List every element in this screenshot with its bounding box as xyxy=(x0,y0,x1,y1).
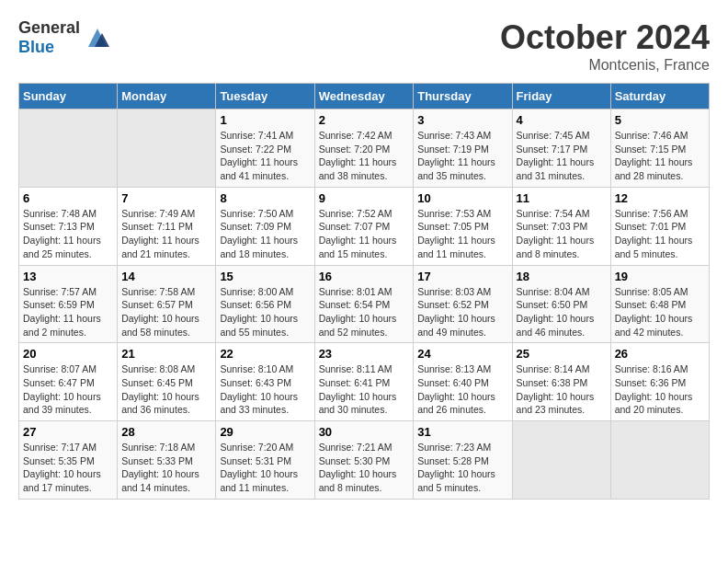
calendar-cell: 11Sunrise: 7:54 AMSunset: 7:03 PMDayligh… xyxy=(512,187,610,265)
calendar-cell: 19Sunrise: 8:05 AMSunset: 6:48 PMDayligh… xyxy=(610,265,709,343)
day-number: 25 xyxy=(517,347,607,361)
day-info: Sunrise: 7:52 AMSunset: 7:07 PMDaylight:… xyxy=(319,207,410,261)
day-info: Sunrise: 7:48 AMSunset: 7:13 PMDaylight:… xyxy=(23,207,113,261)
calendar-cell: 13Sunrise: 7:57 AMSunset: 6:59 PMDayligh… xyxy=(19,265,118,343)
logo-blue: Blue xyxy=(18,38,54,56)
column-header-monday: Monday xyxy=(118,84,216,109)
calendar-cell: 29Sunrise: 7:20 AMSunset: 5:31 PMDayligh… xyxy=(216,421,314,500)
calendar-cell xyxy=(19,109,118,188)
column-header-tuesday: Tuesday xyxy=(216,84,314,109)
day-info: Sunrise: 8:04 AMSunset: 6:50 PMDaylight:… xyxy=(517,285,607,339)
day-number: 18 xyxy=(517,270,607,283)
day-info: Sunrise: 7:50 AMSunset: 7:09 PMDaylight:… xyxy=(220,207,310,261)
calendar-cell: 24Sunrise: 8:13 AMSunset: 6:40 PMDayligh… xyxy=(414,343,512,421)
calendar-week-row: 20Sunrise: 8:07 AMSunset: 6:47 PMDayligh… xyxy=(19,343,710,421)
day-number: 23 xyxy=(319,347,410,361)
calendar-cell: 31Sunrise: 7:23 AMSunset: 5:28 PMDayligh… xyxy=(414,421,512,500)
day-info: Sunrise: 8:08 AMSunset: 6:45 PMDaylight:… xyxy=(121,362,211,417)
calendar-cell: 27Sunrise: 7:17 AMSunset: 5:35 PMDayligh… xyxy=(19,421,118,500)
column-header-saturday: Saturday xyxy=(610,84,709,109)
logo-icon xyxy=(84,24,111,52)
day-info: Sunrise: 7:49 AMSunset: 7:11 PMDaylight:… xyxy=(121,207,211,261)
column-header-sunday: Sunday xyxy=(19,84,118,109)
calendar-cell xyxy=(610,421,709,500)
calendar-cell: 21Sunrise: 8:08 AMSunset: 6:45 PMDayligh… xyxy=(118,343,216,421)
calendar-cell: 9Sunrise: 7:52 AMSunset: 7:07 PMDaylight… xyxy=(314,187,414,265)
logo: General Blue xyxy=(18,18,111,57)
calendar-cell xyxy=(118,109,216,188)
day-number: 20 xyxy=(23,347,113,361)
column-header-friday: Friday xyxy=(512,84,610,109)
calendar-week-row: 1Sunrise: 7:41 AMSunset: 7:22 PMDaylight… xyxy=(19,109,710,188)
calendar-cell: 16Sunrise: 8:01 AMSunset: 6:54 PMDayligh… xyxy=(314,265,414,343)
day-number: 3 xyxy=(417,113,507,127)
calendar-cell: 12Sunrise: 7:56 AMSunset: 7:01 PMDayligh… xyxy=(610,187,709,265)
calendar-week-row: 13Sunrise: 7:57 AMSunset: 6:59 PMDayligh… xyxy=(19,265,710,343)
calendar-cell: 3Sunrise: 7:43 AMSunset: 7:19 PMDaylight… xyxy=(414,109,512,188)
day-number: 10 xyxy=(417,191,507,205)
location-title: Montcenis, France xyxy=(500,57,710,74)
day-number: 22 xyxy=(220,347,310,361)
calendar-cell xyxy=(512,421,610,500)
day-number: 14 xyxy=(121,270,211,283)
day-number: 21 xyxy=(121,347,211,361)
month-title: October 2024 xyxy=(500,18,710,57)
day-number: 12 xyxy=(615,191,705,205)
day-info: Sunrise: 7:23 AMSunset: 5:28 PMDaylight:… xyxy=(417,441,507,495)
day-number: 11 xyxy=(517,191,607,205)
day-info: Sunrise: 8:10 AMSunset: 6:43 PMDaylight:… xyxy=(220,362,310,417)
calendar-cell: 28Sunrise: 7:18 AMSunset: 5:33 PMDayligh… xyxy=(118,421,216,500)
calendar-cell: 14Sunrise: 7:58 AMSunset: 6:57 PMDayligh… xyxy=(118,265,216,343)
calendar-cell: 15Sunrise: 8:00 AMSunset: 6:56 PMDayligh… xyxy=(216,265,314,343)
calendar-cell: 20Sunrise: 8:07 AMSunset: 6:47 PMDayligh… xyxy=(19,343,118,421)
day-number: 28 xyxy=(121,425,211,439)
day-info: Sunrise: 7:45 AMSunset: 7:17 PMDaylight:… xyxy=(517,129,607,183)
calendar-cell: 8Sunrise: 7:50 AMSunset: 7:09 PMDaylight… xyxy=(216,187,314,265)
day-number: 1 xyxy=(220,113,310,127)
day-info: Sunrise: 7:41 AMSunset: 7:22 PMDaylight:… xyxy=(220,129,310,183)
calendar-table: SundayMondayTuesdayWednesdayThursdayFrid… xyxy=(18,83,710,500)
day-info: Sunrise: 8:13 AMSunset: 6:40 PMDaylight:… xyxy=(417,362,507,417)
day-info: Sunrise: 7:54 AMSunset: 7:03 PMDaylight:… xyxy=(517,207,607,261)
day-number: 2 xyxy=(319,113,410,127)
day-info: Sunrise: 7:53 AMSunset: 7:05 PMDaylight:… xyxy=(417,207,507,261)
calendar-cell: 26Sunrise: 8:16 AMSunset: 6:36 PMDayligh… xyxy=(610,343,709,421)
day-info: Sunrise: 8:11 AMSunset: 6:41 PMDaylight:… xyxy=(319,362,410,417)
day-number: 15 xyxy=(220,270,310,283)
day-info: Sunrise: 7:18 AMSunset: 5:33 PMDaylight:… xyxy=(121,441,211,495)
column-header-thursday: Thursday xyxy=(414,84,512,109)
day-info: Sunrise: 8:07 AMSunset: 6:47 PMDaylight:… xyxy=(23,362,113,417)
day-info: Sunrise: 7:58 AMSunset: 6:57 PMDaylight:… xyxy=(121,285,211,339)
calendar-cell: 17Sunrise: 8:03 AMSunset: 6:52 PMDayligh… xyxy=(414,265,512,343)
day-info: Sunrise: 7:17 AMSunset: 5:35 PMDaylight:… xyxy=(23,441,113,495)
day-number: 9 xyxy=(319,191,410,205)
calendar-week-row: 6Sunrise: 7:48 AMSunset: 7:13 PMDaylight… xyxy=(19,187,710,265)
day-number: 27 xyxy=(23,425,113,439)
calendar-cell: 7Sunrise: 7:49 AMSunset: 7:11 PMDaylight… xyxy=(118,187,216,265)
day-number: 31 xyxy=(417,425,507,439)
day-number: 6 xyxy=(23,191,113,205)
day-info: Sunrise: 7:57 AMSunset: 6:59 PMDaylight:… xyxy=(23,285,113,339)
calendar-cell: 30Sunrise: 7:21 AMSunset: 5:30 PMDayligh… xyxy=(314,421,414,500)
calendar-cell: 23Sunrise: 8:11 AMSunset: 6:41 PMDayligh… xyxy=(314,343,414,421)
day-number: 16 xyxy=(319,270,410,283)
day-number: 8 xyxy=(220,191,310,205)
day-number: 5 xyxy=(615,113,705,127)
day-number: 26 xyxy=(615,347,705,361)
day-info: Sunrise: 7:46 AMSunset: 7:15 PMDaylight:… xyxy=(615,129,705,183)
day-number: 30 xyxy=(319,425,410,439)
calendar-cell: 2Sunrise: 7:42 AMSunset: 7:20 PMDaylight… xyxy=(314,109,414,188)
day-info: Sunrise: 8:01 AMSunset: 6:54 PMDaylight:… xyxy=(319,285,410,339)
day-number: 17 xyxy=(417,270,507,283)
calendar-cell: 6Sunrise: 7:48 AMSunset: 7:13 PMDaylight… xyxy=(19,187,118,265)
calendar-cell: 4Sunrise: 7:45 AMSunset: 7:17 PMDaylight… xyxy=(512,109,610,188)
day-info: Sunrise: 7:42 AMSunset: 7:20 PMDaylight:… xyxy=(319,129,410,183)
day-info: Sunrise: 7:20 AMSunset: 5:31 PMDaylight:… xyxy=(220,441,310,495)
day-number: 29 xyxy=(220,425,310,439)
calendar-cell: 5Sunrise: 7:46 AMSunset: 7:15 PMDaylight… xyxy=(610,109,709,188)
calendar-week-row: 27Sunrise: 7:17 AMSunset: 5:35 PMDayligh… xyxy=(19,421,710,500)
calendar-cell: 25Sunrise: 8:14 AMSunset: 6:38 PMDayligh… xyxy=(512,343,610,421)
day-info: Sunrise: 8:16 AMSunset: 6:36 PMDaylight:… xyxy=(615,362,705,417)
page-header: General Blue October 2024 Montcenis, Fra… xyxy=(18,18,710,74)
logo-general: General xyxy=(18,18,80,37)
